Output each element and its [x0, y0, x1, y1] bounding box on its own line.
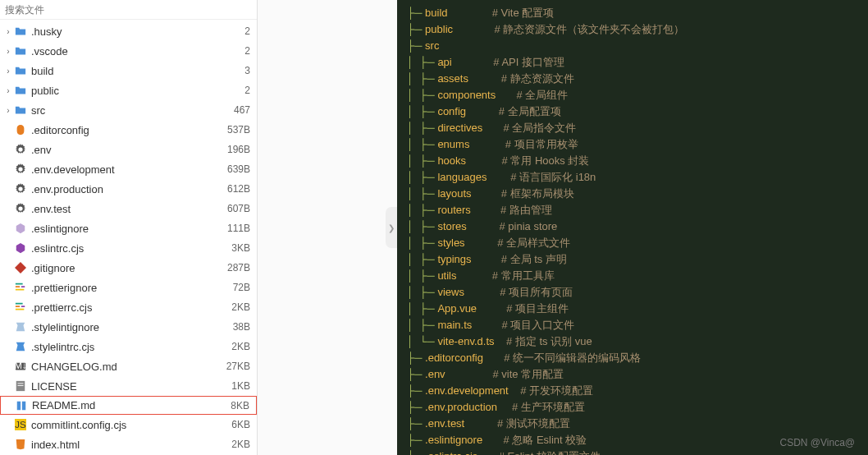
code-key: .eslintignore [425, 432, 482, 448]
code-key: directives [437, 120, 482, 136]
file-row[interactable]: README.md8KB [0, 396, 257, 415]
folder-row[interactable]: ›build3 [0, 61, 257, 80]
code-line: │ ├─ config # 全局配置项 [407, 103, 858, 120]
file-size: 38B [221, 321, 250, 333]
file-name: .prettierrc.cjs [31, 301, 221, 314]
tree-glyph: │ ├─ [407, 54, 437, 71]
code-comment: # 统一不同编辑器的编码风格 [504, 350, 641, 366]
code-line: ├─ build # Vite 配置项 [407, 5, 858, 21]
gear-icon [13, 163, 28, 175]
code-key: main.ts [437, 317, 472, 333]
tree-glyph: │ └─ [407, 333, 437, 350]
code-key: .editorconfig [425, 350, 483, 366]
code-key: utils [437, 268, 456, 284]
file-row[interactable]: .stylelintrc.cjs2KB [0, 337, 257, 356]
folder-row[interactable]: ›public2 [0, 80, 257, 100]
tree-glyph: │ ├─ [407, 71, 437, 87]
prettier-icon [13, 282, 28, 293]
file-size: 612B [221, 183, 250, 195]
code-line: │ ├─ enums # 项目常用枚举 [407, 136, 858, 153]
folder-row[interactable]: ›.vscode2 [0, 41, 257, 61]
code-comment: # 静态资源文件 [501, 71, 574, 87]
tree-glyph: │ ├─ [407, 235, 437, 251]
search-input[interactable] [5, 4, 252, 16]
file-name: .stylelintrc.cjs [31, 341, 221, 353]
code-comment: # 全局组件 [517, 87, 569, 103]
file-row[interactable]: LICENSE1KB [0, 376, 257, 396]
code-line: │ ├─ routers # 路由管理 [407, 202, 858, 218]
code-key: build [425, 5, 447, 21]
file-row[interactable]: .prettierrc.cjs2KB [0, 297, 257, 317]
file-row[interactable]: .env.development639B [0, 159, 257, 179]
gear-icon [13, 203, 28, 214]
tree-glyph: ├─ [407, 5, 425, 21]
tree-glyph: ├─ [407, 432, 425, 448]
tree-glyph: │ ├─ [407, 202, 437, 218]
file-size: 3KB [221, 242, 250, 254]
file-row[interactable]: commitlint.config.cjs6KB [0, 415, 257, 434]
file-size: 111B [221, 223, 250, 234]
file-row[interactable]: index.html2KB [0, 434, 257, 454]
file-explorer: ›.husky2›.vscode2›build3›public2›src467.… [0, 0, 258, 455]
code-line: ├─ .env.development # 开发环境配置 [407, 383, 858, 399]
folder-row[interactable]: ›src467 [0, 100, 257, 120]
code-key: assets [437, 71, 468, 87]
file-row[interactable]: .env.test607B [0, 199, 257, 218]
splitter-gap: ❯ [258, 0, 397, 455]
code-comment: # 项目主组件 [506, 301, 569, 317]
gear-icon [13, 183, 28, 195]
tree-glyph: │ ├─ [407, 169, 437, 186]
file-row[interactable]: .eslintignore111B [0, 218, 257, 238]
file-row[interactable]: .stylelintignore38B [0, 317, 257, 337]
file-name: index.html [31, 439, 221, 451]
file-size: 287B [221, 262, 250, 273]
code-key: .env.production [425, 399, 497, 416]
license-icon [13, 380, 28, 392]
file-size: 8KB [220, 400, 249, 411]
tree-glyph: │ ├─ [407, 120, 437, 136]
code-comment: # 全局样式文件 [497, 235, 570, 251]
chevron-right-icon: › [3, 106, 13, 115]
code-comment: # 忽略 Eslint 校验 [503, 432, 587, 448]
splitter-handle[interactable]: ❯ [386, 207, 397, 248]
chevron-right-icon: › [3, 86, 13, 95]
code-key: hooks [437, 153, 466, 169]
file-name: build [31, 65, 221, 77]
folder-icon [13, 85, 28, 96]
tree-glyph: │ ├─ [407, 87, 437, 103]
code-key: .env.test [425, 416, 464, 432]
file-row[interactable]: .env196B [0, 140, 257, 159]
file-row[interactable]: .eslintrc.cjs3KB [0, 238, 257, 258]
code-line: │ ├─ directives # 全局指令文件 [407, 120, 858, 136]
tree-glyph: ├─ [407, 383, 425, 399]
code-comment: # 常用 Hooks 封装 [501, 153, 589, 169]
code-key: public [425, 21, 453, 38]
file-row[interactable]: .prettierignore72B [0, 278, 257, 297]
file-row[interactable]: .env.production612B [0, 179, 257, 199]
chevron-right-icon: › [3, 67, 13, 76]
file-name: LICENSE [31, 380, 221, 393]
code-line: │ ├─ App.vue # 项目主组件 [407, 301, 858, 317]
watermark: CSDN @Vinca@ [780, 437, 856, 448]
git-icon [13, 262, 28, 273]
file-row[interactable]: .gitignore287B [0, 258, 257, 278]
file-name: .eslintignore [31, 223, 221, 235]
folder-icon [13, 45, 28, 57]
prettier-icon [13, 301, 28, 313]
file-row[interactable]: CHANGELOG.md27KB [0, 356, 257, 376]
code-line: │ ├─ components # 全局组件 [407, 87, 858, 103]
folder-row[interactable]: ›.husky2 [0, 21, 257, 41]
code-key: stores [437, 218, 466, 235]
chevron-right-icon: › [3, 27, 13, 36]
code-comment: # 路由管理 [500, 202, 552, 218]
code-line: │ ├─ assets # 静态资源文件 [407, 71, 858, 87]
file-row[interactable]: .editorconfig537B [0, 120, 257, 140]
code-line: │ ├─ utils # 常用工具库 [407, 268, 858, 284]
code-line: │ ├─ stores # pinia store [407, 218, 858, 235]
tree-glyph: │ ├─ [407, 301, 437, 317]
code-line: │ ├─ typings # 全局 ts 声明 [407, 251, 858, 268]
readme-icon [14, 400, 29, 411]
md-icon [13, 361, 28, 372]
file-name: .editorconfig [31, 124, 221, 136]
code-comment: # 框架布局模块 [501, 186, 574, 202]
